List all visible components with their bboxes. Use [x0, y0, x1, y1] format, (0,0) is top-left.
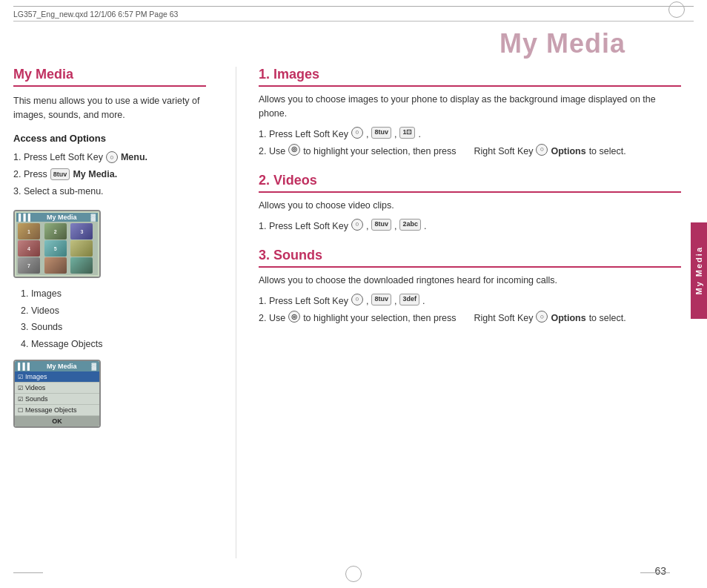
intro-text: This menu allows you to use a wide varie…	[13, 94, 206, 122]
grid-cell-9	[70, 257, 93, 274]
phone-signal-icon: ▌▌▌	[19, 214, 33, 221]
left-soft-key-icon: ○	[106, 151, 118, 163]
phone-menu-item-videos: ☑ Videos	[15, 383, 99, 394]
menu-items-list: 1. Images 2. Videos 3. Sounds 4. Message…	[21, 285, 206, 352]
menu-item-1: 1. Images	[21, 285, 206, 303]
sounds-step-2: 2. Use ◎ to highlight your selection, th…	[259, 311, 681, 326]
file-info: LG357_Eng_new.qxd 12/1/06 6:57 PM Page 6…	[13, 10, 694, 19]
phone-battery-icon: ▓	[90, 214, 96, 221]
images-step-1: 1. Press Left Soft Key ○ , 8tuv , 1⊡ .	[259, 127, 681, 142]
grid-cell-2: 2	[44, 223, 67, 240]
phone-menu-item-images: ☑ Images	[15, 371, 99, 383]
phone-ok-bar: OK	[15, 416, 99, 426]
images-body: Allows you to choose images to your phon…	[259, 93, 681, 121]
header-bar: LG357_Eng_new.qxd 12/1/06 6:57 PM Page 6…	[13, 6, 694, 19]
grid-cell-8	[44, 257, 67, 274]
menu-item-3: 3. Sounds	[21, 319, 206, 336]
corner-line-right	[640, 572, 670, 573]
images-steps: 1. Press Left Soft Key ○ , 8tuv , 1⊡ . 2…	[259, 127, 681, 160]
sounds-body: Allows you to choose the downloaded ring…	[259, 274, 681, 288]
phone-screen-inner-1: ▌▌▌ My Media ▓ 1 2 3 4 5 7	[15, 211, 99, 277]
steps-list: 1. Press Left Soft Key ○ Menu. 2. Press …	[13, 150, 206, 200]
page-circle-top	[668, 1, 685, 18]
sounds-nav-icon: ◎	[288, 311, 300, 323]
grid-cell-6	[70, 240, 93, 257]
videos-steps: 1. Press Left Soft Key ○ , 8tuv , 2abc .	[259, 219, 681, 234]
section-sounds: 3. Sounds Allows you to choose the downl…	[259, 248, 681, 326]
main-content: My Media This menu allows you to use a w…	[13, 67, 681, 558]
right-column: 1. Images Allows you to choose images to…	[251, 67, 681, 558]
menu-item-4: 4. Message Objects	[21, 336, 206, 353]
sidebar-tab: My Media	[691, 222, 707, 319]
phone-menu-list: ▌▌▌ My Media ▓ ☑ Images ☑ Videos ☑ Sound…	[15, 361, 99, 426]
page-title: My Media	[499, 28, 670, 59]
column-divider	[236, 67, 236, 558]
access-heading: Access and Options	[13, 133, 206, 144]
page-number: 63	[654, 565, 666, 577]
phone-title-bar-1: ▌▌▌ My Media ▓	[16, 213, 98, 222]
phone2-title: My Media	[47, 363, 77, 370]
grid-cell-3: 3	[70, 223, 93, 240]
phone-menu-item-message-objects: ☐ Message Objects	[15, 405, 99, 416]
sounds-heading: 3. Sounds	[259, 248, 681, 268]
sidebar-tab-label: My Media	[694, 246, 703, 295]
grid-cell-1: 1	[18, 223, 40, 240]
phone-title-text: My Media	[47, 214, 77, 221]
videos-lsk-icon: ○	[351, 219, 363, 231]
left-column: My Media This menu allows you to use a w…	[13, 67, 221, 558]
phone-menu-item-sounds: ☑ Sounds	[15, 394, 99, 405]
corner-line-left	[13, 572, 43, 573]
section-videos: 2. Videos Allows you to choose video cli…	[259, 173, 681, 234]
grid-cell-4: 4	[18, 240, 40, 257]
images-8tuv-icon: 8tuv	[371, 127, 391, 139]
page-circle-bottom	[345, 566, 362, 582]
grid-cell-5: 5	[44, 240, 67, 257]
phone-menu-list-title: ▌▌▌ My Media ▓	[15, 361, 99, 371]
phone-screen-1: ▌▌▌ My Media ▓ 1 2 3 4 5 7	[13, 210, 101, 278]
step-3: 3. Select a sub-menu.	[13, 184, 206, 199]
8tuv-key-icon: 8tuv	[50, 168, 70, 180]
sounds-8tuv-icon: 8tuv	[371, 294, 391, 305]
sounds-lsk-icon: ○	[351, 294, 363, 305]
videos-body: Allows you to choose video clips.	[259, 199, 681, 213]
menu-item-2: 2. Videos	[21, 303, 206, 320]
images-step-2: 2. Use ◎ to highlight your selection, th…	[259, 144, 681, 159]
sounds-steps: 1. Press Left Soft Key ○ , 8tuv , 3def .…	[259, 294, 681, 327]
images-nav-icon: ◎	[288, 144, 300, 156]
header-separator	[13, 21, 694, 22]
videos-heading: 2. Videos	[259, 173, 681, 193]
images-heading: 1. Images	[259, 67, 681, 87]
grid-cell-7: 7	[18, 257, 40, 274]
sounds-step-1: 1. Press Left Soft Key ○ , 8tuv , 3def .	[259, 294, 681, 309]
images-1-icon: 1⊡	[399, 127, 415, 139]
phone-screen-2: ▌▌▌ My Media ▓ ☑ Images ☑ Videos ☑ Sound…	[13, 360, 101, 428]
sounds-rsk-icon: ○	[536, 311, 548, 323]
phone-image-grid: 1 2 3 4 5 7	[16, 222, 98, 275]
videos-2-icon: 2abc	[399, 219, 421, 231]
images-rsk-icon: ○	[536, 144, 548, 156]
videos-step-1: 1. Press Left Soft Key ○ , 8tuv , 2abc .	[259, 219, 681, 234]
step-2: 2. Press 8tuv My Media.	[13, 167, 206, 182]
sounds-3-icon: 3def	[399, 294, 419, 305]
page-title-area: My Media	[0, 28, 670, 59]
step-1: 1. Press Left Soft Key ○ Menu.	[13, 150, 206, 165]
left-section-heading: My Media	[13, 67, 206, 87]
images-lsk-icon: ○	[351, 127, 363, 139]
videos-8tuv-icon: 8tuv	[371, 219, 391, 231]
section-images: 1. Images Allows you to choose images to…	[259, 67, 681, 159]
